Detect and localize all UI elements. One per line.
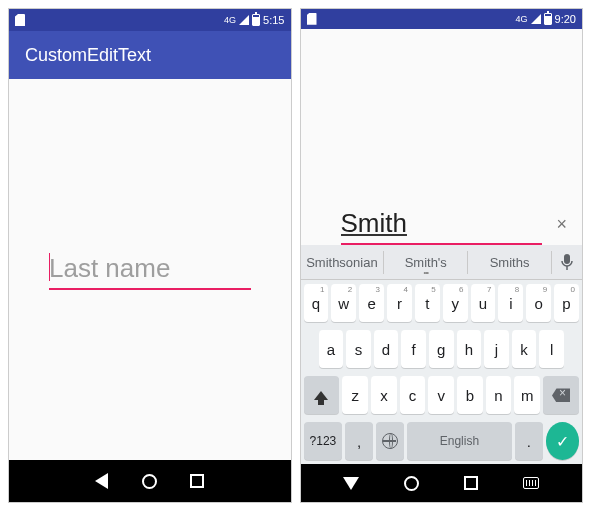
lastname-input[interactable] — [341, 204, 543, 245]
symbols-key[interactable]: ?123 — [304, 422, 343, 460]
key-c[interactable]: c — [400, 376, 426, 414]
nav-bar — [9, 460, 291, 502]
backspace-icon — [552, 388, 570, 402]
key-row-3: zxcvbnm — [301, 372, 583, 418]
key-l[interactable]: l — [539, 330, 564, 368]
signal-label: 4G — [224, 15, 236, 25]
nav-bar — [301, 464, 583, 502]
clock: 9:20 — [555, 13, 576, 25]
period-key[interactable]: . — [515, 422, 543, 460]
app-title: CustomEditText — [25, 45, 151, 66]
key-e[interactable]: e3 — [359, 284, 384, 322]
key-r[interactable]: r4 — [387, 284, 412, 322]
key-k[interactable]: k — [512, 330, 537, 368]
key-o[interactable]: o9 — [526, 284, 551, 322]
mic-icon[interactable] — [552, 253, 582, 271]
key-g[interactable]: g — [429, 330, 454, 368]
language-key[interactable] — [376, 422, 404, 460]
key-y[interactable]: y6 — [443, 284, 468, 322]
svg-rect-0 — [564, 254, 570, 264]
key-u[interactable]: u7 — [471, 284, 496, 322]
backspace-key[interactable] — [543, 376, 579, 414]
keyboard-switch-icon[interactable] — [523, 477, 539, 489]
suggestion-2[interactable]: Smith's — [384, 251, 468, 274]
suggestion-3[interactable]: Smiths — [468, 251, 552, 274]
key-z[interactable]: z — [342, 376, 368, 414]
key-t[interactable]: t5 — [415, 284, 440, 322]
clock: 5:15 — [263, 14, 284, 26]
key-f[interactable]: f — [401, 330, 426, 368]
content-area — [9, 79, 291, 460]
key-m[interactable]: m — [514, 376, 540, 414]
nav-back-button[interactable] — [95, 473, 108, 489]
app-bar: CustomEditText — [9, 31, 291, 79]
key-x[interactable]: x — [371, 376, 397, 414]
battery-icon — [252, 14, 260, 26]
suggestion-bar: Smithsonian Smith's Smiths — [301, 245, 583, 281]
signal-icon — [531, 14, 541, 24]
sim-icon — [15, 14, 25, 26]
key-j[interactable]: j — [484, 330, 509, 368]
key-s[interactable]: s — [346, 330, 371, 368]
signal-label: 4G — [516, 14, 528, 24]
suggestion-1[interactable]: Smithsonian — [301, 251, 385, 274]
nav-recent-button[interactable] — [464, 476, 478, 490]
status-bar: 4G 5:15 — [9, 9, 291, 31]
key-a[interactable]: a — [319, 330, 344, 368]
globe-icon — [382, 433, 398, 449]
comma-key[interactable]: , — [345, 422, 373, 460]
key-n[interactable]: n — [486, 376, 512, 414]
keyboard: q1w2e3r4t5y6u7i8o9p0 asdfghjkl zxcvbnm ?… — [301, 280, 583, 464]
key-p[interactable]: p0 — [554, 284, 579, 322]
key-b[interactable]: b — [457, 376, 483, 414]
phone-left: 4G 5:15 CustomEditText — [8, 8, 292, 503]
key-row-1: q1w2e3r4t5y6u7i8o9p0 — [301, 280, 583, 326]
edittext-container: × — [341, 204, 543, 245]
nav-home-button[interactable] — [404, 476, 419, 491]
enter-key[interactable]: ✓ — [546, 422, 579, 460]
nav-back-button[interactable] — [343, 477, 359, 490]
key-row-2: asdfghjkl — [301, 326, 583, 372]
nav-recent-button[interactable] — [190, 474, 204, 488]
battery-icon — [544, 13, 552, 25]
clear-icon[interactable]: × — [556, 214, 567, 235]
key-w[interactable]: w2 — [331, 284, 356, 322]
key-i[interactable]: i8 — [498, 284, 523, 322]
shift-key[interactable] — [304, 376, 340, 414]
sim-icon — [307, 13, 317, 25]
key-q[interactable]: q1 — [304, 284, 329, 322]
key-d[interactable]: d — [374, 330, 399, 368]
key-v[interactable]: v — [428, 376, 454, 414]
key-h[interactable]: h — [457, 330, 482, 368]
space-key[interactable]: English — [407, 422, 512, 460]
status-bar: 4G 9:20 — [301, 9, 583, 29]
text-cursor — [49, 253, 50, 281]
content-area: × — [301, 29, 583, 245]
edittext-container — [49, 249, 251, 290]
shift-icon — [314, 391, 328, 400]
nav-home-button[interactable] — [142, 474, 157, 489]
signal-icon — [239, 15, 249, 25]
key-row-4: ?123 , English . ✓ — [301, 418, 583, 464]
lastname-input[interactable] — [49, 249, 251, 290]
phone-right: 4G 9:20 × Smithsonian Smith's Smiths q1w… — [300, 8, 584, 503]
